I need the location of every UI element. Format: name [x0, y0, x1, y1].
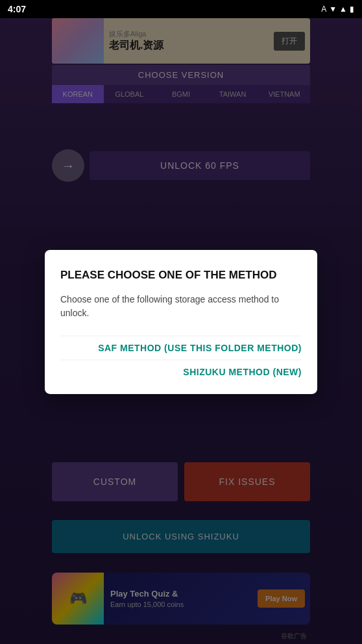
dialog-body: Choose one of the following storage acce… — [60, 293, 302, 320]
status-bar: 4:07 A ▼ ▲ ▮ — [0, 0, 362, 18]
method-dialog: PLEASE CHOOSE ONE OF THE METHOD Choose o… — [45, 250, 317, 394]
dialog-title: PLEASE CHOOSE ONE OF THE METHOD — [60, 268, 302, 282]
status-icons: A ▼ ▲ ▮ — [321, 5, 354, 14]
saf-method-button[interactable]: SAF METHOD (USE THIS FOLDER METHOD) — [60, 336, 302, 360]
shizuku-method-button[interactable]: SHIZUKU METHOD (NEW) — [60, 360, 302, 384]
status-time: 4:07 — [8, 4, 26, 14]
battery-icon: ▮ — [350, 5, 354, 14]
wifi-icon: ▼ — [329, 5, 337, 14]
signal-icon: ▲ — [339, 5, 347, 14]
a-icon: A — [321, 5, 326, 14]
